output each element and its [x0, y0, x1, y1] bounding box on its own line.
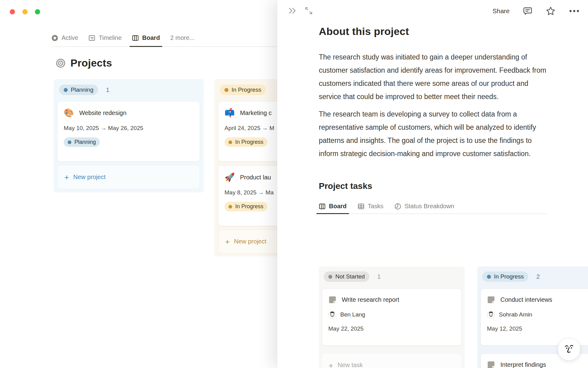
tab-label: 2 more... [170, 34, 194, 41]
project-card-title: Marketing c [240, 109, 272, 117]
tab-board[interactable]: Board [132, 34, 160, 41]
tab-label: Timeline [99, 34, 122, 41]
task-card[interactable]: Conduct interviews Sohrab Amin May 12, 2… [481, 289, 588, 346]
board-column-planning: Planning 1 🎨 Website redesign May 10, 20… [54, 79, 204, 193]
column-header: Not Started 1 [322, 271, 462, 282]
column-count: 2 [536, 273, 540, 280]
close-window-button[interactable] [10, 9, 15, 14]
note-page-icon [487, 296, 495, 304]
tab-label: Active [62, 34, 78, 41]
column-header: Planning 1 [57, 85, 200, 95]
page-title: About this project [319, 25, 547, 38]
plus-icon: + [329, 362, 333, 368]
column-count: 1 [106, 86, 109, 94]
more-options-icon[interactable] [569, 10, 579, 13]
favorite-star-icon[interactable] [546, 6, 556, 16]
task-card[interactable]: Write research report Ben Lang May 22, 2… [322, 289, 462, 346]
plus-icon: + [64, 173, 69, 181]
tasks-board: Not Started 1 Write research report [319, 266, 588, 368]
assignee-name: Sohrab Amin [499, 311, 532, 318]
board-icon [319, 203, 326, 210]
tab-label: Status Breakdown [405, 203, 454, 210]
tab-label: Board [329, 203, 347, 210]
new-project-button[interactable]: + New project [57, 165, 200, 189]
project-card[interactable]: 🎨 Website redesign May 10, 2025 → May 26… [57, 101, 200, 162]
status-dot-icon [228, 205, 232, 209]
zoom-window-button[interactable] [35, 9, 40, 14]
tab-board[interactable]: Board [319, 203, 347, 210]
task-card-title: Interpret findings [500, 361, 546, 368]
column-count: 1 [377, 273, 381, 280]
database-title-text: Projects [70, 57, 112, 69]
palette-icon: 🎨 [64, 109, 74, 117]
task-card-title: Write research report [342, 296, 399, 303]
status-badge: Planning [59, 85, 98, 95]
tab-status-breakdown[interactable]: Status Breakdown [394, 203, 454, 210]
tab-label: Board [142, 34, 160, 41]
note-page-icon [487, 361, 495, 368]
new-task-button[interactable]: + New task [322, 354, 462, 368]
status-badge: In Progress [482, 271, 528, 282]
status-dot-icon [328, 275, 332, 279]
ai-face-icon [562, 343, 576, 356]
tab-timeline[interactable]: Timeline [89, 34, 122, 41]
status-dot-icon [228, 140, 232, 144]
mailbox-icon: 📫 [224, 109, 235, 117]
tasks-column-not-started: Not Started 1 Write research report [319, 266, 465, 368]
project-card-dates: May 10, 2025 → May 26, 2025 [64, 125, 194, 132]
avatar [328, 311, 336, 319]
status-badge: Planning [64, 137, 100, 147]
tab-active[interactable]: Active [51, 34, 78, 41]
status-dot-icon [224, 88, 228, 92]
note-page-icon [328, 296, 337, 304]
pie-clock-icon [394, 203, 401, 210]
status-dot-icon [487, 275, 491, 279]
side-peek-panel: Share About this project The research st… [277, 0, 588, 368]
table-icon [358, 203, 364, 210]
status-dot-icon [68, 140, 71, 144]
database-title: Projects [56, 57, 112, 69]
paragraph: The research study was initiated to gain… [319, 51, 547, 103]
target-icon [56, 58, 66, 68]
assignee-name: Ben Lang [340, 311, 365, 318]
status-badge: Not Started [324, 271, 369, 282]
avatar [487, 311, 495, 319]
star-circle-icon [51, 35, 58, 41]
close-peek-icon[interactable] [288, 7, 297, 15]
project-card-title: Product lau [240, 174, 271, 181]
notion-ai-button[interactable] [558, 338, 580, 361]
tab-more-views[interactable]: 2 more... [170, 34, 194, 41]
tab-label: Tasks [368, 203, 383, 210]
status-badge: In Progress [224, 202, 267, 211]
task-card-date: May 12, 2025 [487, 325, 588, 332]
column-header: In Progress 2 [481, 271, 588, 282]
board-icon [132, 35, 139, 41]
task-card-date: May 22, 2025 [328, 325, 455, 332]
task-card-title: Conduct interviews [500, 296, 552, 303]
project-card-title: Website redesign [79, 109, 126, 117]
status-badge: In Progress [224, 137, 267, 147]
peek-content: About this project The research study wa… [319, 0, 547, 214]
window-controls [10, 9, 40, 14]
tab-tasks[interactable]: Tasks [358, 203, 383, 210]
expand-page-icon[interactable] [305, 7, 313, 15]
minimize-window-button[interactable] [22, 9, 28, 14]
peek-toolbar-left [288, 7, 313, 15]
status-badge: In Progress [220, 85, 266, 95]
section-heading: Project tasks [319, 180, 547, 192]
tasks-view-tabs: Board Tasks Status Breakdown [319, 203, 547, 214]
rocket-icon: 🚀 [224, 173, 235, 182]
paragraph: The research team is developing a survey… [319, 108, 547, 160]
plus-icon: + [225, 238, 230, 246]
status-dot-icon [64, 88, 68, 92]
timeline-icon [89, 35, 95, 41]
screen: Active Timeline Board 2 more... [0, 0, 588, 368]
